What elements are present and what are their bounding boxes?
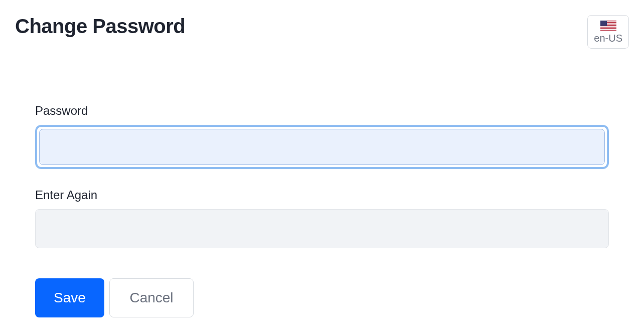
svg-rect-5 <box>600 28 616 29</box>
cancel-button[interactable]: Cancel <box>109 278 194 317</box>
confirm-password-input[interactable] <box>35 209 609 248</box>
page-title: Change Password <box>15 15 185 38</box>
locale-code: en-US <box>594 33 622 44</box>
svg-rect-7 <box>600 21 607 26</box>
password-input[interactable] <box>39 129 605 165</box>
svg-rect-6 <box>600 29 616 30</box>
password-field-focus-ring <box>35 125 609 169</box>
us-flag-icon <box>600 21 616 31</box>
svg-rect-4 <box>600 26 616 27</box>
save-button[interactable]: Save <box>35 278 104 317</box>
confirm-password-label: Enter Again <box>35 188 609 202</box>
locale-selector[interactable]: en-US <box>587 15 629 49</box>
password-label: Password <box>35 104 609 118</box>
